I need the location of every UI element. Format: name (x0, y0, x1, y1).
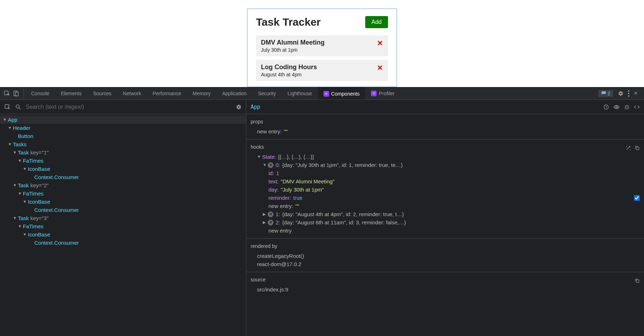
rendered-by-section: rendered by createLegacyRoot() react-dom… (246, 239, 644, 272)
tree-node-iconbase[interactable]: ▼IconBase (0, 230, 246, 239)
delete-task-icon[interactable]: ✕ (377, 40, 383, 47)
search-icon (15, 104, 21, 110)
tree-node-task[interactable]: ▼Task key="1" (0, 148, 246, 157)
svg-rect-12 (637, 280, 639, 282)
tree-node-app[interactable]: ▼App (0, 116, 246, 124)
tab-lighthouse[interactable]: Lighthouse (282, 87, 318, 100)
delete-entry-icon[interactable]: ✕ (268, 162, 273, 168)
select-element-icon[interactable] (4, 104, 11, 110)
react-icon: ⚛ (371, 91, 377, 96)
svg-point-10 (626, 106, 628, 109)
components-tree-panel: ▼App ▼Header ▼Button ▼Tasks ▼Task key="1… (0, 100, 246, 336)
state-item-2[interactable]: ▶✕2: {day: "August 6th at 11am", id: 3, … (251, 218, 640, 226)
tree-node-consumer[interactable]: Context.Consumer (0, 206, 246, 214)
task-day: August 4th at 4pm (261, 72, 317, 77)
new-entry-row[interactable]: new entry (251, 226, 640, 235)
delete-entry-icon[interactable]: ✕ (268, 212, 273, 217)
tree-node-task[interactable]: ▼Task key="3" (0, 214, 246, 222)
rendered-by-line[interactable]: createLegacyRoot() (251, 252, 640, 260)
prop-text[interactable]: text: "DMV Alumni Meeting" (251, 177, 640, 185)
tree-node-task[interactable]: ▼Task key="2" (0, 181, 246, 189)
more-menu-icon[interactable] (628, 90, 629, 97)
close-devtools-icon[interactable]: × (634, 90, 638, 97)
delete-task-icon[interactable]: ✕ (377, 64, 383, 71)
prop-day[interactable]: day: "July 30th at 1pm" (251, 185, 640, 194)
panel-settings-icon[interactable] (235, 104, 242, 110)
settings-gear-icon[interactable] (617, 90, 624, 97)
tree-node-iconbase[interactable]: ▼IconBase (0, 165, 246, 173)
tree-node-consumer[interactable]: Context.Consumer (0, 239, 246, 247)
hooks-section: hooks ▼State: [{…}, {…}, {…}] ▼✕0: {day:… (246, 139, 644, 239)
tab-network[interactable]: Network (117, 87, 147, 100)
react-icon: ⚛ (323, 91, 329, 97)
inspect-dom-icon[interactable] (613, 104, 620, 110)
svg-rect-2 (16, 92, 19, 96)
svg-point-4 (628, 93, 629, 94)
tab-application[interactable]: Application (216, 87, 252, 100)
app-title: Task Tracker (256, 16, 321, 28)
delete-entry-icon[interactable]: ✕ (268, 220, 273, 225)
svg-point-9 (616, 106, 618, 108)
tree-node-button[interactable]: ▼Button (0, 132, 246, 140)
debug-icon[interactable] (624, 104, 630, 110)
rendered-by-line[interactable]: react-dom@17.0.2 (251, 260, 640, 268)
tab-components[interactable]: ⚛ Components (318, 87, 365, 100)
tree-node-fatimes[interactable]: ▼FaTimes (0, 189, 246, 198)
prop-id[interactable]: id: 1 (251, 169, 640, 177)
tree-node-consumer[interactable]: Context.Consumer (0, 173, 246, 181)
device-toolbar-icon[interactable] (13, 90, 19, 97)
state-item-1[interactable]: ▶✕1: {day: "August 4th at 4pm", id: 2, r… (251, 210, 640, 218)
svg-point-3 (628, 90, 629, 92)
svg-rect-11 (637, 147, 639, 149)
state-row[interactable]: ▼State: [{…}, {…}, {…}] (251, 153, 640, 161)
tab-profiler[interactable]: ⚛ Profiler (365, 87, 400, 100)
new-entry-row[interactable]: new entry: "" (251, 202, 640, 210)
svg-point-7 (16, 105, 19, 108)
tab-console[interactable]: Console (25, 87, 55, 100)
tree-node-tasks[interactable]: ▼Tasks (0, 140, 246, 148)
task-text: Log Coding Hours (261, 63, 317, 71)
prop-reminder[interactable]: reminder: true (251, 194, 640, 202)
copy-icon[interactable] (635, 278, 640, 283)
view-source-icon[interactable] (634, 104, 640, 110)
tab-security[interactable]: Security (252, 87, 282, 100)
devtools: Console Elements Sources Network Perform… (0, 87, 644, 336)
task-day: July 30th at 1pm (261, 47, 324, 53)
task-text: DMV Alumni Meeting (261, 39, 324, 46)
suspend-icon[interactable] (603, 104, 609, 110)
task-item[interactable]: DMV Alumni Meeting July 30th at 1pm ✕ (256, 35, 388, 56)
tree-node-header[interactable]: ▼Header (0, 124, 246, 132)
source-line[interactable]: src/index.js:9 (251, 285, 640, 294)
tree-node-fatimes[interactable]: ▼FaTimes (0, 222, 246, 230)
tree-node-fatimes[interactable]: ▼FaTimes (0, 157, 246, 165)
tab-elements[interactable]: Elements (55, 87, 87, 100)
tree-node-iconbase[interactable]: ▼IconBase (0, 198, 246, 206)
tab-memory[interactable]: Memory (187, 87, 217, 100)
inspected-component-name: App (251, 104, 260, 110)
props-section: props new entry: "" (246, 114, 644, 139)
add-button[interactable]: Add (365, 16, 388, 28)
reminder-checkbox[interactable] (634, 195, 640, 201)
state-item-0[interactable]: ▼✕0: {day: "July 30th at 1pm", id: 1, re… (251, 161, 640, 169)
component-inspector-panel: App props new entry: "" hooks (246, 100, 644, 336)
tab-sources[interactable]: Sources (87, 87, 117, 100)
task-item[interactable]: Log Coding Hours August 4th at 4pm ✕ (256, 60, 388, 81)
devtools-tab-bar: Console Elements Sources Network Perform… (0, 87, 644, 100)
task-tracker-card: Task Tracker Add DMV Alumni Meeting July… (247, 9, 397, 87)
copy-icon[interactable] (635, 145, 640, 151)
new-entry-row[interactable]: new entry: "" (251, 127, 640, 136)
magic-wand-icon[interactable] (625, 145, 631, 151)
tab-performance[interactable]: Performance (147, 87, 187, 100)
issues-badge[interactable]: 2 (598, 90, 613, 97)
component-search-input[interactable] (26, 104, 231, 110)
inspect-element-icon[interactable] (4, 90, 10, 97)
source-section: source src/index.js:9 (246, 272, 644, 297)
svg-point-5 (628, 95, 629, 97)
rendered-app-area: Task Tracker Add DMV Alumni Meeting July… (0, 0, 644, 87)
